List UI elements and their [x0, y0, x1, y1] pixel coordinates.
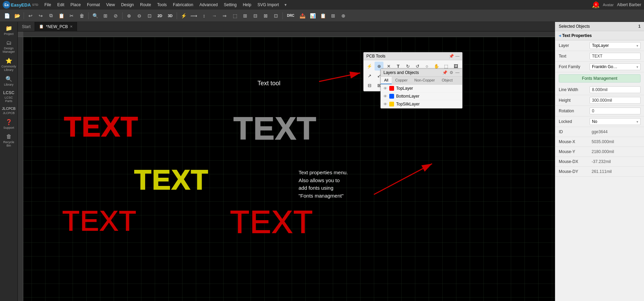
redo-button[interactable]: ↪ [36, 11, 46, 21]
layer-row-topsilklayer[interactable]: 👁 TopSilkLayer [381, 100, 462, 108]
fit-button[interactable]: ⊡ [145, 11, 154, 21]
route-btn8[interactable]: ⊟ [251, 11, 260, 21]
clear-button[interactable]: ⊘ [111, 11, 121, 21]
menu-help[interactable]: Help [240, 1, 254, 8]
sidebar-item-design-manager[interactable]: 🗂 DesignManager [1, 38, 17, 55]
cut-button[interactable]: ✂ [67, 11, 76, 21]
layer-eye-bottomlayer[interactable]: 👁 [383, 94, 387, 98]
pcb-canvas[interactable]: TEXT TEXT TEXT TEXT TEXT Text tool [18, 37, 555, 301]
sidebar-item-lcsc-parts[interactable]: LCSC LCSCParts [1, 89, 17, 104]
delete-button[interactable]: 🗑 [77, 11, 87, 21]
prop-label-text: Text [559, 54, 590, 59]
menu-route[interactable]: Route [137, 1, 154, 8]
sidebar-item-support[interactable]: ❓ Support [1, 117, 17, 131]
menu-fabrication[interactable]: Fabrication [170, 1, 196, 8]
pct-r1[interactable]: ↗ [365, 71, 374, 80]
sidebar-label-lcsc: LCSCParts [4, 96, 13, 103]
zoom-out-button[interactable]: ⊖ [135, 11, 144, 21]
tab-close-button[interactable]: ✕ [70, 25, 73, 28]
prop-value-line-width[interactable]: 8.000mil [590, 86, 641, 93]
3d-button[interactable]: 3D [165, 11, 175, 21]
prop-locked-chevron: ▾ [636, 120, 638, 124]
pcb-tools-minimize-button[interactable]: — [455, 54, 459, 59]
menu-svg-import[interactable]: SVG Import [255, 1, 282, 8]
selected-objects-header: Selected Objects 1 [555, 22, 644, 31]
new-button[interactable]: 📄 [2, 11, 12, 21]
route-btn10[interactable]: ⊡ [271, 11, 281, 21]
route-btn4[interactable]: → [210, 11, 219, 21]
sidebar-label-library: Library [4, 83, 14, 86]
layer-row-bottomlayer[interactable]: 👁 BottomLayer [381, 92, 462, 100]
tab-start[interactable]: Start [18, 22, 35, 32]
layers-tab-copper[interactable]: Copper [392, 77, 411, 84]
prop-value-text[interactable]: TEXT [590, 53, 641, 60]
layer-eye-topsilk[interactable]: 👁 [383, 102, 387, 106]
canvas-text-red-bottom-left: TEXT [62, 205, 137, 237]
pcb-tools-pin-button[interactable]: 📌 [449, 54, 454, 59]
menu-format[interactable]: Format [84, 1, 103, 8]
prop-label-mouse-x: Mouse-X [559, 139, 590, 144]
layer-name-toplayer: TopLayer [396, 86, 413, 91]
notification-bell[interactable]: 🔔 6 [592, 1, 599, 9]
pct-s5[interactable]: ⊟ [365, 81, 374, 90]
route-btn3[interactable]: ↕ [199, 11, 209, 21]
menu-design[interactable]: Design [118, 1, 137, 8]
tab-new-pcb[interactable]: 📋 *NEW_PCB ✕ [35, 22, 77, 32]
route-btn6[interactable]: ⬚ [230, 11, 240, 21]
prop-value-height[interactable]: 300.000mil [590, 97, 641, 104]
paste-button[interactable]: 📋 [56, 11, 66, 21]
route-btn7[interactable]: ⊞ [240, 11, 250, 21]
menu-edit[interactable]: Edit [54, 1, 67, 8]
sidebar-item-jlcpcb[interactable]: JLCPCB JLCPCB [1, 105, 17, 116]
route-btn9[interactable]: ⊠ [261, 11, 270, 21]
layers-tab-object[interactable]: Object [438, 77, 456, 84]
pct-wire[interactable]: ⚡ [365, 62, 374, 71]
sidebar-item-recycle-bin[interactable]: 🗑 RecycleBin [1, 132, 17, 149]
drc-btn[interactable]: DRC [285, 11, 297, 21]
gerber-btn[interactable]: 📤 [298, 11, 307, 21]
layers-settings-button[interactable]: ⚙ [450, 70, 453, 75]
prop-row-line-width: Line Width 8.000mil [555, 85, 644, 95]
pcb-tools-title: PCB Tools [366, 54, 386, 59]
prop-locked-text: No [592, 119, 597, 124]
undo-button[interactable]: ↩ [26, 11, 35, 21]
layers-pin-button[interactable]: 📌 [442, 70, 447, 75]
layers-btn[interactable]: ⊞ [328, 11, 338, 21]
route-btn1[interactable]: ⚡ [179, 11, 188, 21]
menu-file[interactable]: File [42, 1, 54, 8]
tabs-bar: Start 📋 *NEW_PCB ✕ [18, 22, 555, 32]
support-icon: ❓ [5, 119, 12, 125]
bom-btn[interactable]: 📊 [308, 11, 317, 21]
layers-minimize-button[interactable]: — [455, 70, 459, 75]
sidebar-item-project[interactable]: 📁 Project [1, 23, 17, 37]
layer-row-toplayer[interactable]: 👁 TopLayer [381, 85, 462, 92]
copy-button[interactable]: ⧉ [46, 11, 56, 21]
menu-view[interactable]: View [103, 1, 118, 8]
find-button[interactable]: 🔍 [90, 11, 100, 21]
route-btn5[interactable]: ⇒ [220, 11, 229, 21]
open-button[interactable]: 📂 [12, 11, 22, 21]
prop-value-font-family[interactable]: Franklin Go… ▾ [590, 63, 641, 70]
prop-value-locked[interactable]: No ▾ [590, 118, 641, 125]
menu-setting[interactable]: Setting [221, 1, 239, 8]
sidebar-item-commonly-library[interactable]: ⭐ CommonlyLibrary [1, 56, 17, 73]
route-btn2[interactable]: ⟿ [189, 11, 199, 21]
zoom-in-button[interactable]: ⊕ [124, 11, 134, 21]
sep3 [122, 12, 123, 19]
prop-value-layer[interactable]: TopLayer ▾ [590, 42, 641, 49]
prop-label-rotation: Rotation [559, 109, 590, 113]
2d-button[interactable]: 2D [155, 11, 165, 21]
library-icon: 🔍 [5, 76, 12, 82]
layers-tab-all[interactable]: All [381, 77, 392, 84]
snap-button[interactable]: ⊞ [101, 11, 110, 21]
prop-value-rotation[interactable]: 0 [590, 108, 641, 114]
sidebar-item-library[interactable]: 🔍 Library [1, 74, 17, 88]
menu-place[interactable]: Place [68, 1, 84, 8]
layer-eye-toplayer[interactable]: 👁 [383, 86, 387, 90]
netlist-btn[interactable]: 📋 [318, 11, 328, 21]
layers-tab-non-copper[interactable]: Non-Copper [411, 77, 438, 84]
fonts-management-button[interactable]: Fonts Management [559, 74, 641, 83]
share-btn[interactable]: ⊕ [339, 11, 348, 21]
menu-advanced[interactable]: Advanced [197, 1, 220, 8]
menu-tools[interactable]: Tools [154, 1, 169, 8]
